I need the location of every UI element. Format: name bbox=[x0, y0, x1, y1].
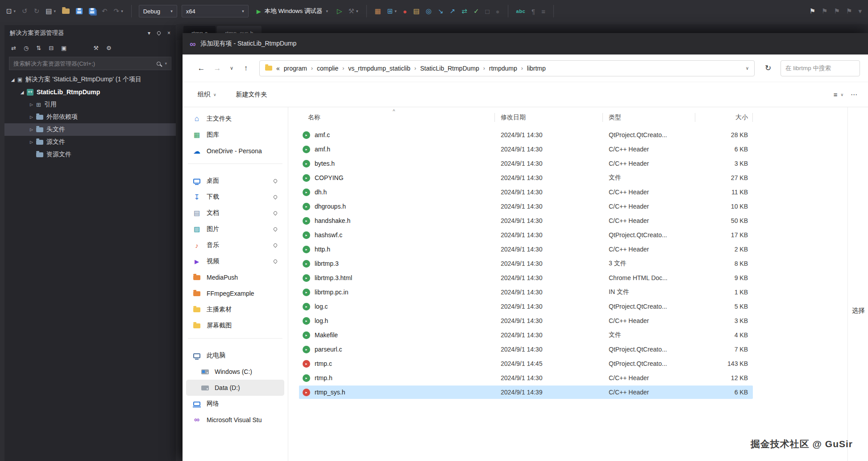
close-icon[interactable]: × bbox=[167, 30, 170, 36]
sidebar-item-13[interactable]: 此电脑 bbox=[186, 348, 284, 364]
attach-process-icon[interactable]: ▦ bbox=[374, 7, 382, 15]
tree-item-1[interactable]: ◢++StaticLib_RtmpDump bbox=[4, 86, 176, 98]
sidebar-item-4[interactable]: ↧下载 bbox=[186, 189, 284, 205]
tree-collapsed-arrow-icon[interactable]: ▷ bbox=[28, 102, 35, 107]
settings-icon[interactable]: ⚙ bbox=[106, 45, 112, 51]
forward-button[interactable]: → bbox=[209, 64, 225, 73]
back-button[interactable]: ← bbox=[193, 64, 209, 73]
column-header-size[interactable]: 大小 bbox=[695, 107, 753, 128]
search-code-icon[interactable]: ◎ bbox=[425, 7, 432, 15]
lock-icon[interactable]: ● bbox=[495, 8, 501, 15]
spell-check-icon[interactable]: abc bbox=[515, 8, 526, 14]
nav-back-icon[interactable]: ↺ bbox=[21, 7, 29, 15]
tree-item-3[interactable]: ▷外部依赖项 bbox=[4, 111, 176, 123]
solution-search-input[interactable] bbox=[13, 60, 153, 67]
more-options-icon[interactable]: ⋯ bbox=[851, 91, 857, 99]
file-row-5[interactable]: ▸dhgroups.h2024/9/1 14:30C/C++ Header10 … bbox=[288, 199, 847, 214]
tree-expanded-arrow-icon[interactable]: ◢ bbox=[18, 90, 26, 95]
breakpoint-icon[interactable]: ● bbox=[402, 8, 408, 15]
breadcrumb[interactable]: « program›complie›vs_rtmpdump_staticlib›… bbox=[259, 60, 755, 76]
save-all-icon[interactable] bbox=[88, 8, 96, 14]
tree-collapsed-arrow-icon[interactable]: ▷ bbox=[28, 127, 35, 132]
file-row-17[interactable]: ▸rtmp.h2024/9/1 14:30C/C++ Header12 KB bbox=[288, 371, 847, 385]
open-folder-icon[interactable] bbox=[61, 8, 71, 14]
properties-icon[interactable]: ⚒ bbox=[93, 45, 99, 51]
new-folder-button[interactable]: 新建文件夹 bbox=[236, 91, 267, 99]
sync-active-document-icon[interactable]: ⇅ bbox=[36, 45, 41, 51]
up-button[interactable]: ↑ bbox=[238, 64, 254, 73]
sidebar-item-9[interactable]: MediaPush bbox=[186, 269, 284, 285]
file-row-9[interactable]: ▸librtmp.32024/9/1 14:303 文件8 KB bbox=[288, 256, 847, 271]
build-target-icon[interactable]: ⚒▾ bbox=[348, 7, 359, 15]
sync-icon[interactable]: ⇄ bbox=[461, 7, 468, 15]
start-debug-button[interactable]: ▶本地 Windows 调试器▾ bbox=[253, 7, 332, 15]
file-row-2[interactable]: ▸bytes.h2024/9/1 14:30C/C++ Header3 KB bbox=[288, 156, 847, 171]
window-split-icon[interactable]: ⊞▾ bbox=[386, 7, 398, 15]
tree-collapsed-arrow-icon[interactable]: ▷ bbox=[28, 115, 35, 119]
new-file-icon[interactable]: ▤▾ bbox=[45, 7, 57, 15]
sidebar-item-17[interactable]: ∞Microsoft Visual Stu bbox=[186, 412, 284, 428]
sidebar-item-16[interactable]: 网络 bbox=[186, 396, 284, 412]
sidebar-item-15[interactable]: Data (D:) bbox=[186, 380, 284, 396]
sidebar-item-0[interactable]: ⌂主文件夹 bbox=[186, 111, 284, 127]
file-row-12[interactable]: ▸log.c2024/9/1 14:30QtProject.QtCreato..… bbox=[288, 299, 847, 314]
view-mode-button[interactable]: ≡ ∨ bbox=[834, 91, 843, 98]
file-row-10[interactable]: ▸librtmp.3.html2024/9/1 14:30Chrome HTML… bbox=[288, 271, 847, 285]
column-header-date[interactable]: 修改日期 bbox=[494, 107, 602, 128]
recent-locations-button[interactable]: ∨ bbox=[225, 65, 238, 71]
sidebar-item-11[interactable]: 主播素材 bbox=[186, 302, 284, 318]
file-row-3[interactable]: ▸COPYING2024/9/1 14:30文件27 KB bbox=[288, 171, 847, 185]
file-row-14[interactable]: ▸Makefile2024/9/1 14:30文件4 KB bbox=[288, 328, 847, 342]
step-into-icon[interactable]: ↘ bbox=[437, 7, 444, 15]
file-row-11[interactable]: ▸librtmp.pc.in2024/9/1 14:30IN 文件1 KB bbox=[288, 285, 847, 299]
search-options-chevron-icon[interactable]: ▾ bbox=[165, 61, 167, 66]
home-view-icon[interactable]: ▣ bbox=[61, 45, 66, 51]
refresh-button[interactable]: ↻ bbox=[760, 63, 776, 73]
column-header-name[interactable]: 名称 bbox=[288, 107, 494, 128]
pending-changes-icon[interactable]: ◷ bbox=[24, 45, 29, 51]
undo-icon[interactable]: ↶ bbox=[101, 7, 108, 15]
auto-hide-pin-icon[interactable] bbox=[156, 30, 161, 35]
line-list-icon[interactable]: ≡ bbox=[540, 8, 546, 15]
file-row-16[interactable]: ▸rtmp.c2024/9/1 14:45QtProject.QtCreato.… bbox=[288, 356, 847, 371]
bookmark-icon[interactable]: ⚑ bbox=[809, 7, 816, 15]
tree-collapsed-arrow-icon[interactable]: ▷ bbox=[28, 140, 35, 144]
step-out-icon[interactable]: ↗ bbox=[449, 7, 457, 15]
window-layout-icon[interactable]: ⊡▾ bbox=[5, 7, 17, 15]
configuration-combo[interactable]: Debug▾ bbox=[139, 5, 177, 17]
sidebar-item-14[interactable]: Windows (C:) bbox=[186, 364, 284, 380]
tree-item-5[interactable]: ▷源文件 bbox=[4, 136, 176, 148]
memory-window-icon[interactable]: ▤ bbox=[412, 7, 420, 15]
tree-item-6[interactable]: 资源文件 bbox=[4, 148, 176, 161]
bookmark-clear-icon[interactable]: ⚑ bbox=[845, 7, 853, 15]
platform-combo[interactable]: x64▾ bbox=[182, 5, 249, 17]
toolbar-overflow-icon[interactable]: ▾ bbox=[857, 7, 863, 15]
tree-item-2[interactable]: ▷⊞引用 bbox=[4, 98, 176, 111]
stack-window-icon[interactable]: □ bbox=[484, 8, 490, 15]
window-position-icon[interactable]: ▾ bbox=[148, 30, 150, 36]
sidebar-item-10[interactable]: FFmpegExample bbox=[186, 285, 284, 302]
file-row-1[interactable]: ▸amf.h2024/9/1 14:30C/C++ Header6 KB bbox=[288, 142, 847, 156]
redo-icon[interactable]: ↷▾ bbox=[113, 7, 124, 15]
file-row-4[interactable]: ▸dh.h2024/9/1 14:30C/C++ Header11 KB bbox=[288, 185, 847, 199]
sidebar-item-2[interactable]: ☁OneDrive - Persona bbox=[186, 143, 284, 159]
breadcrumb-segment[interactable]: librtmp bbox=[527, 65, 546, 72]
tree-expanded-arrow-icon[interactable]: ◢ bbox=[9, 77, 17, 82]
switch-views-icon[interactable]: ⇄ bbox=[11, 45, 16, 51]
paragraph-icon[interactable]: ¶ bbox=[531, 8, 536, 15]
breadcrumb-segment[interactable]: StaticLib_RtmpDump bbox=[420, 65, 479, 72]
sidebar-item-1[interactable]: ▦图库 bbox=[186, 127, 284, 143]
column-header-type[interactable]: 类型 bbox=[602, 107, 695, 128]
bookmark-prev-icon[interactable]: ⚑ bbox=[821, 7, 828, 15]
file-row-0[interactable]: ▸amf.c2024/9/1 14:30QtProject.QtCreato..… bbox=[288, 128, 847, 142]
sidebar-item-3[interactable]: 桌面 bbox=[186, 173, 284, 189]
file-row-6[interactable]: ▸handshake.h2024/9/1 14:30C/C++ Header50… bbox=[288, 214, 847, 228]
start-without-debug-icon[interactable]: ▷ bbox=[336, 7, 343, 15]
breadcrumb-segment[interactable]: rtmpdump bbox=[489, 65, 517, 72]
sidebar-item-7[interactable]: ♪音乐 bbox=[186, 237, 284, 253]
file-row-18[interactable]: ▸rtmp_sys.h2024/9/1 14:39C/C++ Header6 K… bbox=[288, 385, 847, 399]
file-search-input[interactable] bbox=[781, 65, 860, 71]
sidebar-item-8[interactable]: ▶视频 bbox=[186, 253, 284, 269]
organize-button[interactable]: 组织 ∨ bbox=[198, 91, 216, 99]
sidebar-item-5[interactable]: ▤文档 bbox=[186, 205, 284, 221]
